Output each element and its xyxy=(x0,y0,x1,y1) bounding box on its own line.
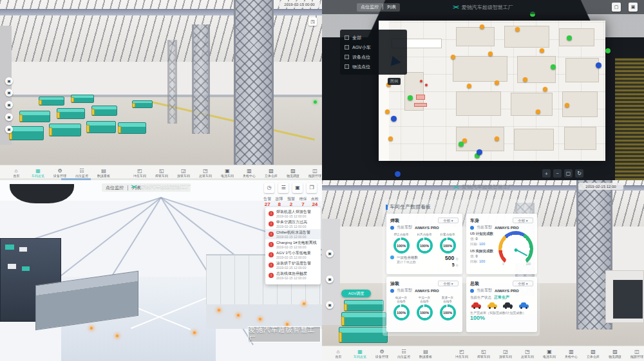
toolbar-item[interactable]: ▤ 数据看板 xyxy=(93,168,115,178)
map-status-point[interactable] xyxy=(605,48,611,53)
alarm-stat[interactable]: 故障 8 xyxy=(273,196,285,207)
poi-marker[interactable]: ▣ xyxy=(326,301,334,309)
toolbar-item[interactable]: ▣ 电池车间 xyxy=(538,349,560,359)
toolbar-item[interactable]: ▧ 立体仓库 xyxy=(582,349,604,359)
agv-cart[interactable] xyxy=(118,122,146,134)
toolbar-item[interactable]: ◳ 总装车间 xyxy=(194,168,216,178)
legend-label: 全部 xyxy=(352,35,361,41)
toolbar-item[interactable]: ◰ 冲压车间 xyxy=(129,168,151,178)
toolbar-item[interactable]: ▧ 立体仓库 xyxy=(260,168,282,178)
expand-button[interactable]: ◳ xyxy=(308,17,317,26)
alarm-list-item[interactable]: ! 焊装机器人焊接告警 2019-02-15 12:00:00 xyxy=(265,208,321,219)
alarm-list-item[interactable]: ! 总装线体急停触发 2019-02-15 12:00:00 xyxy=(265,270,321,281)
alarm-list-item[interactable]: ! 中央空调压力过高 2019-02-15 12:00:00 xyxy=(265,219,321,229)
map-status-point[interactable] xyxy=(395,171,401,177)
legend-row[interactable]: 全部 xyxy=(345,33,402,42)
toolbar-item[interactable]: ◫ 能源管理 xyxy=(626,349,644,359)
toolbar-item[interactable]: ▦ 车间总览 xyxy=(349,349,371,359)
legend-row[interactable]: AGV小车 xyxy=(345,42,402,52)
agv-cart[interactable] xyxy=(57,108,85,119)
agv-cart[interactable] xyxy=(19,111,50,122)
poi-marker[interactable]: ▣ xyxy=(5,89,13,97)
toolbar-item[interactable]: ◱ 焊装车间 xyxy=(151,168,173,178)
agv-cart[interactable] xyxy=(341,312,386,326)
poi-marker[interactable]: ▣ xyxy=(5,101,13,109)
window-button[interactable]: ▣ xyxy=(292,183,303,193)
toolbar-item[interactable]: ▨ 物流调度 xyxy=(282,168,304,178)
agv-cart[interactable] xyxy=(39,97,64,106)
legend-row[interactable]: 物流点位 xyxy=(345,62,402,71)
view-mode-chip[interactable]: 点位监控 列表 xyxy=(102,183,191,192)
toolbar-item-label: 首页 xyxy=(13,174,19,178)
toolbar-item[interactable]: ◰ 冲压车间 xyxy=(451,349,473,359)
poi-marker[interactable]: ▣ xyxy=(5,113,13,121)
filter-dropdown[interactable]: 全部 ▾ xyxy=(513,281,533,286)
window-button[interactable]: ☰ xyxy=(278,183,289,193)
agv-cart[interactable] xyxy=(132,100,153,108)
poi-marker-column: ▣ ▣ ▣ xyxy=(326,180,336,322)
agv-cart[interactable] xyxy=(9,126,44,140)
toolbar-item[interactable]: ▥ 质检中心 xyxy=(560,349,582,359)
toolbar-item[interactable]: ☷ 点位监控 xyxy=(71,168,93,178)
legend-checkbox[interactable] xyxy=(345,55,349,59)
poi-marker[interactable]: ▣ xyxy=(326,250,334,257)
window-button[interactable]: ▢ xyxy=(612,3,621,12)
legend-checkbox[interactable] xyxy=(345,64,349,69)
toolbar-item[interactable]: ◫ 能源管理 xyxy=(304,168,322,178)
agv-cart[interactable] xyxy=(49,124,81,136)
map-control-button[interactable]: ↻ xyxy=(575,169,583,178)
legend-checkbox[interactable] xyxy=(345,45,349,50)
window-button[interactable]: ◷ xyxy=(264,183,274,193)
filter-dropdown[interactable]: 全部 ▾ xyxy=(513,218,533,223)
map-control-button[interactable]: ▢ xyxy=(564,169,573,178)
agv-cart[interactable] xyxy=(71,95,94,103)
alarm-list-item[interactable]: ! Chiller机组水温告警 2019-02-15 12:00:00 xyxy=(265,229,321,239)
toolbar-item[interactable]: ▦ 车间总览 xyxy=(27,168,49,178)
toolbar-item[interactable]: ◲ 涂装车间 xyxy=(495,349,516,359)
toolbar-item[interactable]: ▨ 物流调度 xyxy=(604,349,626,359)
gauge-value: 100% xyxy=(443,244,452,248)
toolbar-item[interactable]: ▣ 电池车间 xyxy=(216,168,238,178)
window-button[interactable]: ❐ xyxy=(307,183,317,193)
toolbar-item[interactable]: ▥ 质检中心 xyxy=(238,168,260,178)
viewport-plant-map[interactable]: 全部 AGV小车 设备点位 物流点位 图例 xyxy=(322,0,644,180)
agv-cart[interactable] xyxy=(339,327,388,343)
map-control-button[interactable]: ＋ xyxy=(542,169,551,178)
toolbar-item[interactable]: ◱ 焊装车间 xyxy=(473,349,495,359)
toolbar-item[interactable]: ▤ 数据看板 xyxy=(415,349,437,359)
poi-marker[interactable]: ▣ xyxy=(5,125,13,133)
legend-row[interactable]: 设备点位 xyxy=(345,52,402,62)
legend-checkbox[interactable] xyxy=(345,35,349,40)
window-button[interactable]: ▣ xyxy=(629,3,638,12)
alarm-list-item[interactable]: ! AGV 3号小车低电量 2019-02-15 12:00:00 xyxy=(265,250,321,260)
alarm-stat[interactable]: 预警 2 xyxy=(285,196,297,207)
map-control-button[interactable]: － xyxy=(553,169,562,178)
agv-dispatch-button[interactable]: AGV调度 xyxy=(341,290,371,297)
alarm-list-item[interactable]: ! 涂装烘干炉温度告警 2019-02-15 12:00:00 xyxy=(265,260,321,270)
toolbar-item[interactable]: ⚙ 设备管理 xyxy=(49,168,71,178)
viewport-production-line-3d[interactable]: 点位监控 列表 >< 爱驰汽车超级智慧工厂 ◷☰▣❐ 告警 27 故障 8 xyxy=(0,180,322,361)
poi-marker[interactable]: ▣ xyxy=(326,275,334,283)
filter-dropdown[interactable]: 全部 ▾ xyxy=(438,218,459,223)
toolbar-item[interactable]: ◳ 总装车间 xyxy=(516,349,538,359)
legend-collapse-button[interactable]: 图例 xyxy=(388,78,401,85)
agv-cart[interactable] xyxy=(91,106,117,116)
alarm-stat[interactable]: 告警 27 xyxy=(261,196,273,207)
toolbar-item[interactable]: ⌂ 首页 xyxy=(327,349,349,359)
filter-dropdown[interactable]: 全部 ▾ xyxy=(438,281,459,286)
viewport-dashboard-3d[interactable]: AGV调度 ▣ ▣ ▣ >< 爱驰汽车超级智慧工厂 2019-02-15 12:… xyxy=(322,180,644,361)
alarm-list-item[interactable]: ! Charging 1#充电桩离线 2019-02-15 12:00:00 xyxy=(265,239,321,250)
alarm-stat[interactable]: 点检 24 xyxy=(309,196,321,207)
viewport-warehouse-3d[interactable]: ▣ ▣ ▣ ▣ ▣ 2019-02-15 00:00 ◳ ⌂ 首页 xyxy=(0,0,322,180)
factory-floor-plan[interactable] xyxy=(379,21,605,161)
poi-marker[interactable]: ▣ xyxy=(5,77,13,85)
toolbar-item[interactable]: ☷ 点位监控 xyxy=(393,349,415,359)
toolbar-item[interactable]: ⌂ 首页 xyxy=(5,168,27,178)
toolbar-item[interactable]: ◲ 涂装车间 xyxy=(173,168,194,178)
agv-cart[interactable] xyxy=(344,300,384,311)
agv-cart[interactable] xyxy=(86,121,116,133)
view-mode-chip[interactable]: 点位监控 列表 xyxy=(357,3,400,12)
alarm-list-panel[interactable]: ! 焊装机器人焊接告警 2019-02-15 12:00:00 ! 中央空调压力… xyxy=(265,207,321,284)
toolbar-item[interactable]: ⚙ 设备管理 xyxy=(371,349,393,359)
alarm-stat[interactable]: 维保 7 xyxy=(297,196,308,207)
